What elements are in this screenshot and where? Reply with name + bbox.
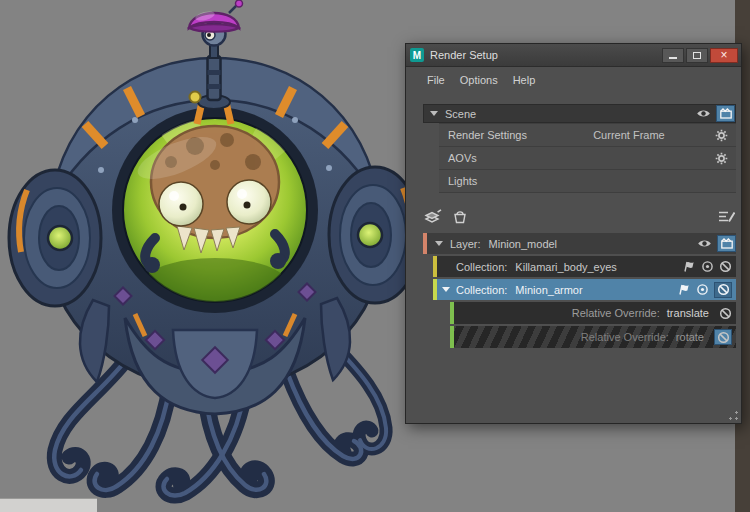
close-button[interactable]: × <box>710 48 738 63</box>
override-name: rotate <box>676 331 704 343</box>
isolate-select-icon[interactable] <box>701 260 714 273</box>
collapse-all-icon <box>718 210 735 224</box>
layer-row-minion-model[interactable]: Layer: Minion_model <box>423 233 736 254</box>
create-collection-button[interactable] <box>450 207 470 227</box>
maximize-button[interactable] <box>686 48 708 63</box>
render-settings-row[interactable]: Render Settings Current Frame <box>439 124 736 147</box>
collection-name: Minion_armor <box>515 284 582 296</box>
minion-creature-render <box>5 0 435 512</box>
override-color-stripe <box>450 302 454 324</box>
layer-name: Minion_model <box>489 238 557 250</box>
aovs-label: AOVs <box>448 152 477 164</box>
collection-color-stripe <box>433 279 437 300</box>
collection-prefix: Collection: <box>456 261 507 273</box>
collection-row-minion-armor[interactable]: Collection: Minion_armor <box>433 279 736 300</box>
window-title: Render Setup <box>430 49 498 61</box>
title-bar[interactable]: M Render Setup × <box>406 44 741 67</box>
override-row-rotate[interactable]: Relative Override: rotate <box>450 326 736 348</box>
minimize-icon <box>669 57 677 59</box>
scene-header[interactable]: Scene <box>423 104 736 123</box>
create-layer-button[interactable] <box>423 207 443 227</box>
collection-row-killamari-body-eyes[interactable]: Collection: Killamari_body_eyes <box>433 256 736 277</box>
clapperboard-icon <box>721 238 733 249</box>
collection-color-stripe <box>433 256 437 277</box>
menu-file[interactable]: File <box>427 74 445 86</box>
layer-renderable-toggle[interactable] <box>717 235 736 252</box>
disable-collection-icon[interactable] <box>719 260 732 273</box>
disable-override-icon[interactable] <box>719 307 732 320</box>
override-prefix: Relative Override: <box>572 307 660 319</box>
menu-options[interactable]: Options <box>460 74 498 86</box>
render-settings-label: Render Settings <box>448 129 527 141</box>
maximize-icon <box>693 52 701 59</box>
collection-expand-arrow-icon[interactable] <box>442 287 450 292</box>
collection-prefix: Collection: <box>456 284 507 296</box>
scene-visibility-eye-icon[interactable] <box>696 108 711 119</box>
create-layer-icon <box>424 209 442 225</box>
render-setup-content: Scene Render Settings Current Frame AOVs <box>423 104 736 348</box>
render-settings-value: Current Frame <box>535 129 723 141</box>
minimize-button[interactable] <box>662 48 684 63</box>
menu-bar: File Options Help <box>406 67 741 93</box>
override-prefix: Relative Override: <box>581 331 669 343</box>
material-override-icon[interactable] <box>678 284 691 295</box>
clapperboard-icon <box>720 108 732 119</box>
viewport-bottom-edge <box>0 498 97 512</box>
create-collection-icon <box>452 209 468 225</box>
layer-expand-arrow-icon[interactable] <box>435 241 443 246</box>
chevron-down-icon[interactable] <box>430 111 438 116</box>
scene-renderable-toggle[interactable] <box>716 105 735 122</box>
override-row-translate[interactable]: Relative Override: translate <box>450 302 736 324</box>
material-override-icon[interactable] <box>683 261 696 272</box>
menu-help[interactable]: Help <box>513 74 536 86</box>
lights-row[interactable]: Lights <box>439 170 736 193</box>
layer-visibility-eye-icon[interactable] <box>697 238 712 249</box>
scene-label: Scene <box>445 108 476 120</box>
override-name: translate <box>667 307 709 319</box>
layer-prefix: Layer: <box>450 238 481 250</box>
resize-grip[interactable] <box>729 411 738 420</box>
collection-name: Killamari_body_eyes <box>515 261 617 273</box>
aovs-gear-icon[interactable] <box>715 152 728 165</box>
disable-override-icon[interactable] <box>714 329 732 345</box>
override-color-stripe <box>450 326 454 348</box>
aovs-row[interactable]: AOVs <box>439 147 736 170</box>
collapse-all-button[interactable] <box>716 207 736 227</box>
layer-toolbar <box>423 206 736 228</box>
disable-collection-icon[interactable] <box>714 282 732 298</box>
render-setup-window: M Render Setup × File Options Help Scene <box>405 43 742 424</box>
layer-color-stripe <box>423 233 427 254</box>
isolate-select-icon[interactable] <box>696 283 709 296</box>
lights-label: Lights <box>448 175 477 187</box>
maya-logo-icon: M <box>410 48 424 62</box>
